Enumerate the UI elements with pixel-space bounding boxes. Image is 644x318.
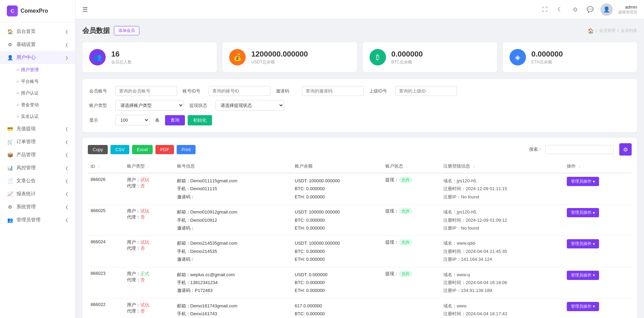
arrow-icon: ❮ xyxy=(65,179,68,183)
sidebar-item-article-notice[interactable]: 📄 文章公告 ❮ xyxy=(0,174,75,187)
breadcrumb-member-management[interactable]: 会员管理 xyxy=(599,28,616,34)
avatar[interactable]: 👤 xyxy=(600,3,613,16)
sort-status-icon[interactable]: ↕ xyxy=(406,164,408,168)
sidebar-item-dashboard[interactable]: 🏠 后台首页 ❮ xyxy=(0,25,75,38)
stats-grid: 👥 16 会员总人数 💰 1200000.000000 USDT总余额 ₿ 0.… xyxy=(82,42,637,72)
logo-text: ComexPro xyxy=(21,8,48,14)
table-settings-button[interactable]: ⚙ xyxy=(619,143,632,156)
sidebar-item-platform-account[interactable]: 平台账号 xyxy=(16,76,75,87)
sidebar-item-user-management[interactable]: 用户管理 xyxy=(16,64,75,76)
print-button[interactable]: Print xyxy=(177,145,196,154)
action-button[interactable]: 管理员操作 xyxy=(567,271,599,280)
page-title: 会员数据 xyxy=(82,26,110,35)
action-button[interactable]: 管理员操作 xyxy=(567,208,599,217)
topbar-left: ☰ xyxy=(82,6,88,13)
superior-id-input[interactable] xyxy=(395,86,457,96)
filter-row-1: 会员账号 账号ID号 邀请码 上级ID号 xyxy=(89,86,630,96)
col-header-account-info: 账号信息 xyxy=(174,160,292,173)
sidebar-item-label: 用户中心 xyxy=(16,54,36,61)
col-header-actions: 操作 ↕ xyxy=(564,160,632,173)
theme-icon[interactable]: ☾ xyxy=(555,5,565,14)
sidebar-item-user-auth[interactable]: 用户认证 xyxy=(16,87,75,99)
account-id-input[interactable] xyxy=(209,86,270,96)
cell-reg-info: 域名：jys120-h5. 注册时间：2024-12-09 01:11:15 注… xyxy=(441,173,564,205)
sidebar-item-user-center[interactable]: 👤 用户中心 ❯ xyxy=(0,51,75,64)
col-header-status: 账户状态 ↕ xyxy=(383,160,441,173)
arrow-icon: ❮ xyxy=(65,127,68,131)
account-type-select[interactable]: 请选择账户类型 正式用户 试玩用户 xyxy=(115,100,184,111)
user-icon: 👤 xyxy=(7,55,13,60)
breadcrumb-home-icon[interactable]: 🏠 xyxy=(588,28,594,34)
account-input[interactable] xyxy=(115,86,177,96)
admin-icon: 👥 xyxy=(7,217,13,223)
page-header: 会员数据 添加会员 🏠 / 会员管理 / 会员列表 xyxy=(82,26,637,35)
excel-button[interactable]: Excel xyxy=(132,145,153,154)
sidebar-item-basic-settings[interactable]: ⚙ 基础设置 ❮ xyxy=(0,38,75,51)
cell-balance: USDT: 100000.000000 BTC: 0.000000 ETH: 0… xyxy=(292,205,383,236)
sidebar-item-product-management[interactable]: 📦 产品管理 ❮ xyxy=(0,148,75,161)
data-table: ID ↕ 账户类型 ↕ 账号信息 xyxy=(88,160,632,318)
stat-card-btc: ₿ 0.000000 BTC总余额 xyxy=(363,42,497,72)
sidebar-item-report-stats[interactable]: 📈 报表统计 ❮ xyxy=(0,187,75,200)
breadcrumb-member-list: 会员列表 xyxy=(621,28,637,34)
stat-content: 0.000000 BTC总余额 xyxy=(391,50,423,65)
sidebar-item-deposit-withdraw[interactable]: 💳 充值提现 ❮ xyxy=(0,122,75,135)
sidebar-item-real-name[interactable]: 实名认证 xyxy=(16,111,75,122)
user-info: admin 超级管理员 xyxy=(618,4,637,15)
arrow-icon: ❮ xyxy=(65,192,68,196)
stat-label: BTC总余额 xyxy=(391,59,423,65)
sort-id-icon[interactable]: ↕ xyxy=(98,164,100,168)
system-icon: ⚙ xyxy=(7,204,13,210)
add-member-button[interactable]: 添加会员 xyxy=(114,26,139,35)
table-row: 866023 用户：正式 代理：否 邮箱：weplus.cc@gmail.com… xyxy=(88,267,632,298)
chart-icon: 📊 xyxy=(7,165,13,171)
table-row: 866026 用户：试玩 代理：否 邮箱：Demo011115gmail.com… xyxy=(88,173,632,205)
stat-card-eth: ◈ 0.000000 ETH总余额 xyxy=(503,42,637,72)
copy-button[interactable]: Copy xyxy=(88,145,108,154)
filter-row-2: 账户类型 请选择账户类型 正式用户 试玩用户 提现状态 请选择提现状态 允许 禁… xyxy=(89,100,630,111)
table-row: 866025 用户：试玩 代理：否 邮箱：Demo010912gmail.com… xyxy=(88,205,632,236)
logo-icon: C xyxy=(7,5,18,16)
invite-code-input[interactable] xyxy=(302,86,364,96)
search-input[interactable] xyxy=(545,145,614,154)
page-title-area: 会员数据 添加会员 xyxy=(82,26,139,35)
col-header-account-type: 账户类型 ↕ xyxy=(124,160,174,173)
sidebar-item-asset-change[interactable]: 资金变动 xyxy=(16,99,75,111)
withdraw-status-label: 提现状态 xyxy=(189,102,210,109)
notification-icon[interactable]: 💬 xyxy=(585,5,595,14)
cell-account-info: 邮箱：weplus.cc@gmail.com 手机：13812341234 邀请… xyxy=(174,267,292,298)
sidebar-nav: 🏠 后台首页 ❮ ⚙ 基础设置 ❮ 👤 用户中心 ❯ 用户管理 平台账号 用户认… xyxy=(0,22,75,318)
action-button[interactable]: 管理员操作 xyxy=(567,302,599,311)
sidebar-item-risk-control[interactable]: 📊 风控管理 ❮ xyxy=(0,161,75,174)
csv-button[interactable]: CSV xyxy=(110,145,129,154)
sort-actions-icon[interactable]: ↕ xyxy=(578,164,581,168)
article-icon: 📄 xyxy=(7,178,13,184)
sidebar-item-order-management[interactable]: 🛒 订单管理 ❮ xyxy=(0,135,75,148)
superior-id-label: 上级ID号 xyxy=(369,88,390,94)
action-button[interactable]: 管理员操作 xyxy=(567,177,599,186)
pdf-button[interactable]: PDF xyxy=(155,145,174,154)
withdraw-status-select[interactable]: 请选择提现状态 允许 禁止 xyxy=(215,100,284,111)
camera-icon[interactable]: ⊙ xyxy=(570,5,580,14)
hamburger-button[interactable]: ☰ xyxy=(82,6,88,13)
arrow-icon: ❮ xyxy=(65,153,68,157)
cell-status: 提现：允许 xyxy=(383,205,441,236)
display-count-select[interactable]: 100 50 200 xyxy=(115,115,150,125)
sidebar-item-system-management[interactable]: ⚙ 系统管理 ❮ xyxy=(0,200,75,213)
fullscreen-icon[interactable]: ⛶ xyxy=(540,5,550,14)
cell-reg-info: 域名：jys120-h5. 注册时间：2024-12-09 01:09:12 注… xyxy=(441,205,564,236)
sidebar-item-admin-management[interactable]: 👥 管理员管理 ❮ xyxy=(0,213,75,227)
arrow-icon: ❮ xyxy=(65,218,68,222)
table-body: 866026 用户：试玩 代理：否 邮箱：Demo011115gmail.com… xyxy=(88,173,632,318)
stat-card-members: 👥 16 会员总人数 xyxy=(82,42,217,72)
action-button[interactable]: 管理员操作 xyxy=(567,239,599,248)
reset-button[interactable]: 初始化 xyxy=(188,115,212,125)
query-button[interactable]: 查询 xyxy=(165,115,185,125)
logo-area: C ComexPro xyxy=(0,0,75,22)
arrow-icon: ❮ xyxy=(65,205,68,209)
cell-id: 866022 xyxy=(88,298,124,318)
sort-reg-icon[interactable]: ↕ xyxy=(473,164,475,168)
sort-account-type-icon[interactable]: ↕ xyxy=(148,164,150,168)
stat-value: 1200000.000000 xyxy=(251,50,308,59)
stat-label: USDT总余额 xyxy=(251,59,308,65)
